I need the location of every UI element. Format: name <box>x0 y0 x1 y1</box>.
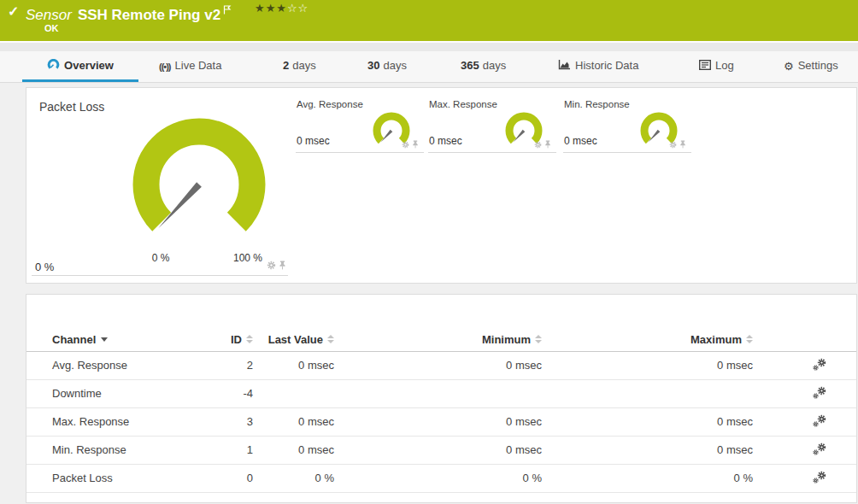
channel-settings-gears-icon[interactable] <box>813 471 826 483</box>
table-row[interactable]: Max. Response 3 0 msec 0 msec 0 msec <box>26 407 856 436</box>
channel-name[interactable]: Packet Loss <box>26 464 223 492</box>
column-header-minimum[interactable]: Minimum <box>334 329 542 351</box>
channel-name[interactable]: Max. Response <box>26 407 223 436</box>
gauge-needle <box>514 130 526 142</box>
column-header-channel[interactable]: Channel <box>26 329 223 351</box>
gauge-value: 0 msec <box>297 135 330 147</box>
gauge-value: 0 % <box>35 261 54 273</box>
channel-name[interactable]: Downtime <box>26 379 223 407</box>
channel-name[interactable]: Avg. Response <box>26 351 223 379</box>
gauge-settings-gear-icon[interactable] <box>669 137 677 152</box>
table-row[interactable]: Packet Loss 0 0 % 0 % 0 % <box>26 464 856 492</box>
tab-label: Settings <box>798 59 838 72</box>
tab-log[interactable]: Log <box>699 51 734 82</box>
column-header-id[interactable]: ID <box>223 329 253 351</box>
sort-icon <box>746 335 753 343</box>
channel-settings-gears-icon[interactable] <box>813 358 826 371</box>
tab-settings[interactable]: ⚙Settings <box>784 51 838 82</box>
pin-icon[interactable] <box>544 137 551 152</box>
flag-icon[interactable] <box>223 3 232 18</box>
pin-icon[interactable] <box>412 137 419 152</box>
sensor-tab-bar: Overview ((•))Live Data 2days 30days 365… <box>0 51 858 83</box>
header-gap <box>0 41 858 51</box>
channel-minimum: 0 % <box>334 464 542 492</box>
channel-minimum: 0 msec <box>334 407 542 436</box>
pin-icon[interactable] <box>279 258 286 273</box>
tab-number: 30 <box>367 59 379 72</box>
gauge-needle <box>381 130 393 142</box>
sort-icon <box>246 335 253 343</box>
channel-name[interactable]: Min. Response <box>26 436 223 464</box>
channel-last-value: 0 msec <box>253 407 334 436</box>
tab-30-days[interactable]: 30days <box>367 51 407 82</box>
tab-label: Overview <box>64 59 114 72</box>
log-icon <box>699 52 711 81</box>
gauge-title: Avg. Response <box>297 99 363 109</box>
star-empty-icons[interactable]: ☆☆ <box>287 2 309 15</box>
historic-data-icon <box>558 52 571 81</box>
tab-label: Live Data <box>175 59 222 72</box>
tab-2-days[interactable]: 2days <box>283 51 316 82</box>
packet-loss-gauge <box>114 106 285 251</box>
gauge-settings-gear-icon[interactable] <box>267 258 276 273</box>
gauge-settings-gear-icon[interactable] <box>534 137 542 152</box>
column-header-maximum[interactable]: Maximum <box>542 329 753 351</box>
tab-365-days[interactable]: 365days <box>461 51 506 82</box>
gauge-title: Packet Loss <box>39 100 104 114</box>
channel-maximum: 0 % <box>542 464 753 492</box>
gauge-value: 0 msec <box>429 135 462 147</box>
sort-icon <box>327 335 334 343</box>
channel-id: 2 <box>223 351 253 379</box>
gear-icon: ⚙ <box>784 52 794 81</box>
table-header-row: Channel ID Last Value Minimum Maximum <box>26 329 856 351</box>
gauge-needle <box>649 130 661 142</box>
tab-live-data[interactable]: ((•))Live Data <box>159 51 221 82</box>
sort-desc-icon <box>101 337 108 342</box>
status-badge: OK <box>44 23 59 33</box>
channels-panel: Channel ID Last Value Minimum Maximum Av… <box>26 294 857 503</box>
tab-label: days <box>383 59 406 72</box>
channel-id: 0 <box>223 464 253 492</box>
page-title: SSH Remote Ping v2 <box>78 7 220 23</box>
table-row[interactable]: Downtime -4 <box>26 379 856 407</box>
channel-minimum: 0 msec <box>334 436 542 464</box>
gauges-panel: Packet Loss 0 % 100 % 0 % Avg. Response … <box>26 87 857 284</box>
tab-number: 365 <box>461 59 479 72</box>
gauge-icon <box>47 52 60 81</box>
channel-settings-gears-icon[interactable] <box>813 442 826 455</box>
max-response-gauge-widget: Max. Response 0 msec <box>428 97 556 153</box>
channel-last-value: 0 % <box>253 464 334 492</box>
channel-id: 3 <box>223 407 253 436</box>
channel-settings-gears-icon[interactable] <box>813 386 826 399</box>
gauge-value: 0 msec <box>564 135 597 147</box>
status-ok-check-icon: ✓ <box>8 3 19 20</box>
gauge-settings-gear-icon[interactable] <box>402 137 409 152</box>
gauge-title: Max. Response <box>429 99 497 109</box>
priority-stars[interactable]: ★★★☆☆ <box>255 2 309 15</box>
avg-response-gauge-widget: Avg. Response 0 msec <box>296 97 424 153</box>
channel-minimum <box>334 379 542 407</box>
tab-overview[interactable]: Overview <box>22 51 138 82</box>
channel-last-value <box>253 379 334 407</box>
table-row[interactable]: Avg. Response 2 0 msec 0 msec 0 msec <box>26 351 856 379</box>
tab-label: days <box>292 59 315 72</box>
live-data-icon: ((•)) <box>159 52 171 81</box>
channel-maximum: 0 msec <box>542 407 753 436</box>
tab-label: Log <box>715 59 734 72</box>
column-header-actions <box>753 329 856 351</box>
channel-settings-gears-icon[interactable] <box>813 414 826 427</box>
star-filled-icons[interactable]: ★★★ <box>255 2 287 15</box>
pin-icon[interactable] <box>679 137 686 152</box>
sensor-header: ✓ SensorSSH Remote Ping v2 ★★★☆☆ OK <box>0 0 858 41</box>
channel-id: -4 <box>223 379 253 407</box>
gauge-scale-min: 0 % <box>139 252 182 264</box>
gauge-title: Min. Response <box>564 99 630 109</box>
channel-last-value: 0 msec <box>253 351 334 379</box>
channels-table: Channel ID Last Value Minimum Maximum Av… <box>26 329 856 493</box>
sensor-title-line: SensorSSH Remote Ping v2 <box>26 3 232 24</box>
column-header-last-value[interactable]: Last Value <box>253 329 334 351</box>
min-response-gauge-widget: Min. Response 0 msec <box>563 97 691 153</box>
table-row[interactable]: Min. Response 1 0 msec 0 msec 0 msec <box>26 436 856 464</box>
tab-historic-data[interactable]: Historic Data <box>558 51 638 82</box>
channel-id: 1 <box>223 436 253 464</box>
